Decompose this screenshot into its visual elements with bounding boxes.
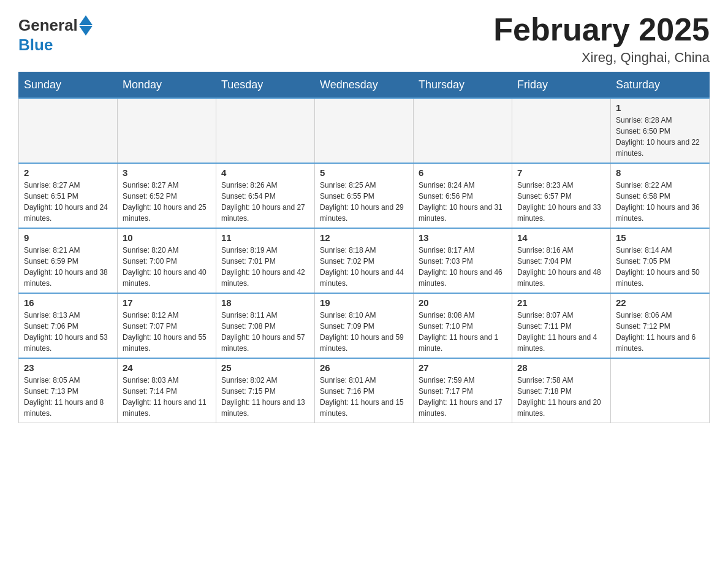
- day-info: Sunrise: 8:06 AMSunset: 7:12 PMDaylight:…: [616, 310, 704, 354]
- day-number: 25: [221, 362, 309, 373]
- calendar-cell: [216, 98, 315, 163]
- day-info: Sunrise: 8:13 AMSunset: 7:06 PMDaylight:…: [24, 310, 112, 354]
- calendar-cell: 4Sunrise: 8:26 AMSunset: 6:54 PMDaylight…: [216, 163, 315, 228]
- calendar-cell: 15Sunrise: 8:14 AMSunset: 7:05 PMDayligh…: [611, 228, 710, 293]
- day-number: 11: [221, 232, 309, 243]
- calendar-cell: 5Sunrise: 8:25 AMSunset: 6:55 PMDaylight…: [315, 163, 414, 228]
- day-number: 17: [123, 297, 211, 308]
- day-info: Sunrise: 8:11 AMSunset: 7:08 PMDaylight:…: [221, 310, 309, 354]
- weekday-header-thursday: Thursday: [414, 72, 512, 99]
- logo-blue-text: Blue: [18, 36, 53, 54]
- weekday-header-friday: Friday: [512, 72, 611, 99]
- calendar-cell: 28Sunrise: 7:58 AMSunset: 7:18 PMDayligh…: [512, 358, 611, 423]
- calendar-cell: 7Sunrise: 8:23 AMSunset: 6:57 PMDaylight…: [512, 163, 611, 228]
- day-number: 16: [24, 297, 112, 308]
- day-number: 12: [320, 232, 408, 243]
- weekday-header-tuesday: Tuesday: [216, 72, 315, 99]
- day-number: 19: [320, 297, 408, 308]
- calendar-cell: [19, 98, 118, 163]
- calendar-cell: 21Sunrise: 8:07 AMSunset: 7:11 PMDayligh…: [512, 293, 611, 358]
- day-number: 13: [419, 232, 507, 243]
- day-number: 18: [221, 297, 309, 308]
- day-number: 3: [123, 167, 211, 178]
- calendar-cell: 14Sunrise: 8:16 AMSunset: 7:04 PMDayligh…: [512, 228, 611, 293]
- day-info: Sunrise: 8:26 AMSunset: 6:54 PMDaylight:…: [221, 180, 309, 224]
- day-info: Sunrise: 7:58 AMSunset: 7:18 PMDaylight:…: [517, 375, 605, 419]
- calendar-cell: 6Sunrise: 8:24 AMSunset: 6:56 PMDaylight…: [414, 163, 512, 228]
- day-info: Sunrise: 8:27 AMSunset: 6:51 PMDaylight:…: [24, 180, 112, 224]
- day-number: 26: [320, 362, 408, 373]
- day-info: Sunrise: 8:27 AMSunset: 6:52 PMDaylight:…: [123, 180, 211, 224]
- day-info: Sunrise: 8:16 AMSunset: 7:04 PMDaylight:…: [517, 245, 605, 289]
- calendar-cell: [414, 98, 512, 163]
- calendar-cell: 22Sunrise: 8:06 AMSunset: 7:12 PMDayligh…: [611, 293, 710, 358]
- day-number: 22: [616, 297, 704, 308]
- logo-general-text: General: [18, 16, 78, 35]
- day-number: 1: [616, 102, 704, 113]
- calendar-cell: 2Sunrise: 8:27 AMSunset: 6:51 PMDaylight…: [19, 163, 118, 228]
- calendar-cell: 16Sunrise: 8:13 AMSunset: 7:06 PMDayligh…: [19, 293, 118, 358]
- day-info: Sunrise: 8:28 AMSunset: 6:50 PMDaylight:…: [616, 115, 704, 159]
- day-number: 24: [123, 362, 211, 373]
- calendar-cell: [118, 98, 216, 163]
- day-info: Sunrise: 8:01 AMSunset: 7:16 PMDaylight:…: [320, 375, 408, 419]
- calendar-cell: 10Sunrise: 8:20 AMSunset: 7:00 PMDayligh…: [118, 228, 216, 293]
- day-info: Sunrise: 7:59 AMSunset: 7:17 PMDaylight:…: [419, 375, 507, 419]
- day-number: 21: [517, 297, 605, 308]
- day-info: Sunrise: 8:05 AMSunset: 7:13 PMDaylight:…: [24, 375, 112, 419]
- weekday-header-saturday: Saturday: [611, 72, 710, 99]
- calendar-title: February 2025: [493, 12, 710, 47]
- logo: General Blue: [18, 12, 93, 55]
- day-number: 20: [419, 297, 507, 308]
- calendar-table: SundayMondayTuesdayWednesdayThursdayFrid…: [18, 72, 710, 423]
- weekday-header-row: SundayMondayTuesdayWednesdayThursdayFrid…: [19, 72, 710, 99]
- calendar-cell: 11Sunrise: 8:19 AMSunset: 7:01 PMDayligh…: [216, 228, 315, 293]
- day-info: Sunrise: 8:10 AMSunset: 7:09 PMDaylight:…: [320, 310, 408, 354]
- day-info: Sunrise: 8:25 AMSunset: 6:55 PMDaylight:…: [320, 180, 408, 224]
- day-info: Sunrise: 8:07 AMSunset: 7:11 PMDaylight:…: [517, 310, 605, 354]
- day-info: Sunrise: 8:12 AMSunset: 7:07 PMDaylight:…: [123, 310, 211, 354]
- calendar-cell: [315, 98, 414, 163]
- day-number: 7: [517, 167, 605, 178]
- calendar-cell: 3Sunrise: 8:27 AMSunset: 6:52 PMDaylight…: [118, 163, 216, 228]
- day-number: 27: [419, 362, 507, 373]
- day-number: 23: [24, 362, 112, 373]
- day-info: Sunrise: 8:08 AMSunset: 7:10 PMDaylight:…: [419, 310, 507, 354]
- calendar-cell: 12Sunrise: 8:18 AMSunset: 7:02 PMDayligh…: [315, 228, 414, 293]
- day-info: Sunrise: 8:18 AMSunset: 7:02 PMDaylight:…: [320, 245, 408, 289]
- page-header: General Blue February 2025 Xireg, Qingha…: [18, 12, 710, 66]
- weekday-header-wednesday: Wednesday: [315, 72, 414, 99]
- day-info: Sunrise: 8:19 AMSunset: 7:01 PMDaylight:…: [221, 245, 309, 289]
- day-number: 8: [616, 167, 704, 178]
- day-info: Sunrise: 8:23 AMSunset: 6:57 PMDaylight:…: [517, 180, 605, 224]
- day-number: 6: [419, 167, 507, 178]
- calendar-cell: 9Sunrise: 8:21 AMSunset: 6:59 PMDaylight…: [19, 228, 118, 293]
- calendar-cell: 20Sunrise: 8:08 AMSunset: 7:10 PMDayligh…: [414, 293, 512, 358]
- calendar-cell: 27Sunrise: 7:59 AMSunset: 7:17 PMDayligh…: [414, 358, 512, 423]
- day-info: Sunrise: 8:17 AMSunset: 7:03 PMDaylight:…: [419, 245, 507, 289]
- week-row-3: 9Sunrise: 8:21 AMSunset: 6:59 PMDaylight…: [19, 228, 710, 293]
- calendar-subtitle: Xireg, Qinghai, China: [493, 50, 710, 66]
- day-number: 10: [123, 232, 211, 243]
- day-info: Sunrise: 8:14 AMSunset: 7:05 PMDaylight:…: [616, 245, 704, 289]
- title-section: February 2025 Xireg, Qinghai, China: [493, 12, 710, 66]
- day-info: Sunrise: 8:02 AMSunset: 7:15 PMDaylight:…: [221, 375, 309, 419]
- calendar-cell: 19Sunrise: 8:10 AMSunset: 7:09 PMDayligh…: [315, 293, 414, 358]
- calendar-cell: 13Sunrise: 8:17 AMSunset: 7:03 PMDayligh…: [414, 228, 512, 293]
- day-number: 28: [517, 362, 605, 373]
- calendar-cell: 26Sunrise: 8:01 AMSunset: 7:16 PMDayligh…: [315, 358, 414, 423]
- calendar-cell: 8Sunrise: 8:22 AMSunset: 6:58 PMDaylight…: [611, 163, 710, 228]
- weekday-header-sunday: Sunday: [19, 72, 118, 99]
- calendar-cell: 23Sunrise: 8:05 AMSunset: 7:13 PMDayligh…: [19, 358, 118, 423]
- day-number: 14: [517, 232, 605, 243]
- day-number: 9: [24, 232, 112, 243]
- day-number: 2: [24, 167, 112, 178]
- day-info: Sunrise: 8:21 AMSunset: 6:59 PMDaylight:…: [24, 245, 112, 289]
- day-info: Sunrise: 8:22 AMSunset: 6:58 PMDaylight:…: [616, 180, 704, 224]
- calendar-cell: 17Sunrise: 8:12 AMSunset: 7:07 PMDayligh…: [118, 293, 216, 358]
- day-number: 5: [320, 167, 408, 178]
- calendar-cell: [512, 98, 611, 163]
- week-row-2: 2Sunrise: 8:27 AMSunset: 6:51 PMDaylight…: [19, 163, 710, 228]
- week-row-1: 1Sunrise: 8:28 AMSunset: 6:50 PMDaylight…: [19, 98, 710, 163]
- calendar-cell: 18Sunrise: 8:11 AMSunset: 7:08 PMDayligh…: [216, 293, 315, 358]
